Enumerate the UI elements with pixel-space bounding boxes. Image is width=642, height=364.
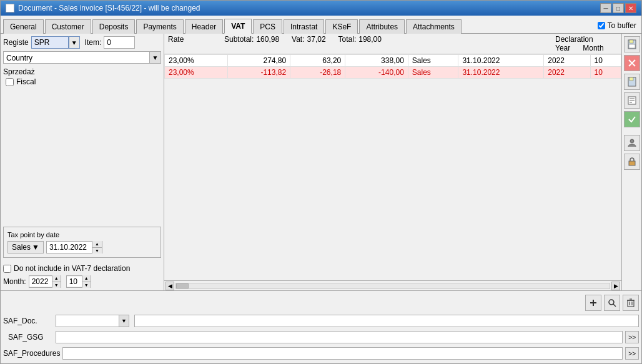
right-panel: Rate Subtotal: 160,98 Vat: 37,02 Total: … (164, 34, 621, 290)
tab-bar: General Customer Deposits Payments Heade… (1, 16, 641, 34)
to-buffer-checkbox[interactable] (598, 22, 605, 29)
month-row: Month: ▲ ▼ ▲ ▼ (3, 275, 161, 288)
scroll-track[interactable] (175, 283, 610, 289)
restore-button[interactable]: □ (613, 3, 624, 13)
minimize-button[interactable]: ─ (600, 3, 611, 13)
tab-pcs[interactable]: PCS (253, 19, 282, 34)
close-button[interactable]: ✕ (625, 3, 636, 13)
to-buffer-section: To buffer (598, 21, 636, 30)
vat-table: 23,00% 274,80 63,20 338,00 Sales 31.10.2… (164, 54, 621, 79)
saf-procedures-label: SAF_Procedures (3, 349, 60, 358)
lock-icon-btn[interactable] (624, 154, 640, 170)
tax-type-arrow: ▼ (32, 243, 39, 252)
vat-exclude-checkbox[interactable] (3, 265, 11, 273)
table-row[interactable]: 23,00% -113,82 -26,18 -140,00 Sales 31.1… (165, 67, 621, 79)
tax-type-combo[interactable]: Sales ▼ (7, 241, 44, 253)
svg-line-16 (613, 304, 616, 307)
cancel-icon-btn[interactable] (624, 55, 640, 71)
saf-procedures-input[interactable] (62, 347, 623, 360)
horizontal-scrollbar[interactable]: ◀ ▶ (164, 280, 621, 290)
report-icon (627, 96, 637, 106)
full-right: Rate Subtotal: 160,98 Vat: 37,02 Total: … (164, 34, 641, 290)
month-down[interactable]: ▼ (82, 282, 91, 288)
vat-decl-section: Do not include in VAT-7 declaration Mont… (3, 264, 161, 288)
month-spinners: ▲ ▼ (82, 275, 91, 288)
fiscal-checkbox[interactable] (6, 78, 14, 86)
month-cell: 10 (590, 67, 621, 79)
saf-doc-arrow[interactable]: ▼ (119, 315, 129, 327)
register-row: Registe ▼ Item: (3, 36, 161, 49)
saf-doc-row: SAF_Doc. ▼ (3, 315, 639, 327)
tab-attachments[interactable]: Attachments (406, 19, 462, 34)
title-bar-left: Document - Sales invoice [SI-456/22] - w… (6, 4, 200, 12)
tab-header[interactable]: Header (185, 19, 223, 34)
tab-deposits[interactable]: Deposits (92, 19, 136, 34)
year-up[interactable]: ▲ (52, 275, 61, 282)
search-icon (608, 298, 616, 307)
tab-vat[interactable]: VAT (224, 19, 252, 34)
saf-gsg-input[interactable] (56, 331, 623, 343)
search-btn[interactable] (604, 295, 620, 311)
vat-summary: Vat: 37,02 (292, 35, 326, 52)
subtotal-summary: Subtotal: 160,98 (224, 35, 279, 52)
tab-payments[interactable]: Payments (136, 19, 183, 34)
month-up[interactable]: ▲ (82, 275, 91, 282)
total-cell: 338,00 (345, 55, 408, 67)
scroll-thumb[interactable] (176, 283, 189, 288)
saf-gsg-arrow-btn[interactable]: >> (625, 331, 639, 343)
tab-intrastat[interactable]: Intrastat (284, 19, 324, 34)
month-col-header: Month (583, 44, 603, 52)
month-label: Month: (3, 277, 26, 286)
country-dropdown-btn[interactable]: ▼ (149, 52, 160, 63)
subtotal-cell: 274,80 (227, 55, 290, 67)
confirm-icon-btn[interactable] (624, 111, 640, 127)
scroll-left-btn[interactable]: ◀ (165, 282, 174, 290)
tab-customer[interactable]: Customer (45, 19, 91, 34)
user-icon-btn[interactable] (624, 135, 640, 151)
saf-procedures-arrow-btn[interactable]: >> (625, 347, 639, 360)
month-input[interactable] (67, 277, 82, 287)
spr-input[interactable] (31, 36, 69, 49)
tax-date-input[interactable] (47, 242, 92, 252)
delete-btn[interactable] (623, 295, 639, 311)
category-space (394, 35, 480, 52)
vat-grid[interactable]: 23,00% 274,80 63,20 338,00 Sales 31.10.2… (164, 54, 621, 280)
save2-icon-btn[interactable] (624, 74, 640, 90)
tab-ksef[interactable]: KSeF (325, 19, 358, 34)
saf-doc-text[interactable] (134, 315, 639, 327)
tab-general[interactable]: General (3, 19, 44, 34)
spr-dropdown-btn[interactable]: ▼ (69, 36, 80, 49)
window-icon (6, 4, 14, 12)
main-content: Registe ▼ Item: Country ▼ (1, 34, 641, 363)
saf-doc-combo[interactable]: ▼ (56, 315, 129, 327)
year-input[interactable] (29, 277, 52, 287)
saf-doc-label: SAF_Doc. (3, 317, 53, 325)
report-icon-btn[interactable] (624, 92, 640, 109)
total-label: Total: (338, 35, 357, 52)
save-icon-btn[interactable] (624, 36, 640, 52)
trash-icon (627, 298, 635, 307)
country-select[interactable]: Country ▼ (3, 51, 161, 64)
rate-cell: 23,00% (165, 67, 228, 79)
rate-cell: 23,00% (165, 55, 228, 67)
saf-doc-input[interactable] (56, 315, 119, 327)
country-row: Country ▼ (3, 51, 161, 64)
table-row[interactable]: 23,00% 274,80 63,20 338,00 Sales 31.10.2… (165, 55, 621, 67)
subtotal-value: 160,98 (256, 35, 279, 52)
year-down[interactable]: ▼ (52, 282, 61, 288)
year-spinners: ▲ ▼ (52, 275, 61, 288)
tax-date-up[interactable]: ▲ (92, 241, 102, 248)
sprzedaz-label: Sprzedaż (3, 67, 161, 76)
window-title: Document - Sales invoice [SI-456/22] - w… (18, 4, 200, 12)
year-input-wrapper: ▲ ▼ (29, 275, 61, 288)
main-window: Document - Sales invoice [SI-456/22] - w… (0, 0, 642, 364)
year-cell: 2022 (544, 67, 590, 79)
svg-point-15 (609, 300, 614, 305)
add-record-btn[interactable] (585, 295, 601, 311)
scroll-right-btn[interactable]: ▶ (611, 282, 620, 290)
tax-date-down[interactable]: ▼ (92, 248, 102, 254)
checkmark-icon (628, 115, 636, 124)
tp-date-cell: 31.10.2022 (458, 67, 544, 79)
tab-attributes[interactable]: Attributes (359, 19, 405, 34)
item-input[interactable] (104, 36, 135, 49)
